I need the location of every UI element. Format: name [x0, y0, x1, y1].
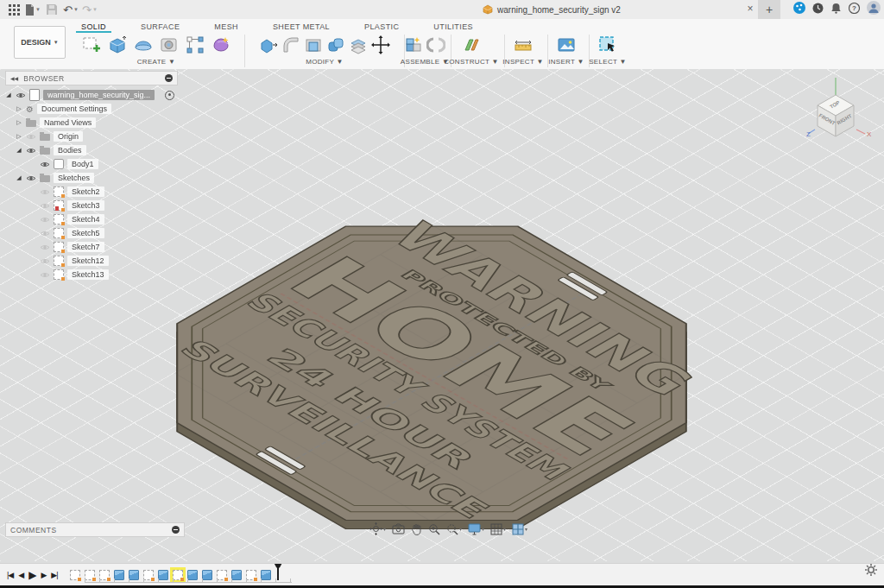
split-body-button[interactable] — [349, 34, 368, 56]
measure-button[interactable] — [514, 34, 533, 56]
step-back-button[interactable]: ◀ — [18, 571, 23, 579]
viewports-caret-icon: ▾ — [525, 526, 527, 532]
tab-solid[interactable]: SOLID — [76, 21, 111, 32]
tab-sheet-metal[interactable]: SHEET METAL — [268, 21, 335, 32]
new-component-button[interactable] — [404, 34, 423, 56]
construct-plane-button[interactable] — [462, 34, 481, 56]
expander-icon[interactable]: ▷ — [16, 133, 22, 140]
tab-surface[interactable]: SURFACE — [136, 21, 185, 32]
avatar[interactable] — [867, 1, 881, 18]
shell-button[interactable] — [304, 34, 323, 56]
browser-item-sketches[interactable]: ◢ Sketches — [5, 171, 178, 185]
browser-item-document-settings[interactable]: ▷ ⚙ Document Settings — [5, 102, 178, 116]
browser-item-sketch7[interactable]: Sketch7 — [5, 240, 178, 254]
step-forward-button[interactable]: ▶ — [41, 571, 46, 579]
fillet-button[interactable] — [281, 34, 300, 56]
visibility-eye-icon[interactable] — [16, 92, 26, 99]
tab-plastic[interactable]: PLASTIC — [359, 21, 404, 32]
save-button[interactable] — [44, 2, 60, 17]
grid-layout-button[interactable]: ▾ — [490, 523, 506, 535]
workspace-selector[interactable]: DESIGN ▼ — [14, 26, 66, 59]
create-sketch-button[interactable] — [80, 34, 103, 56]
revolve-button[interactable] — [132, 34, 155, 56]
joint-button[interactable] — [426, 34, 445, 56]
modify-group-label[interactable]: MODIFY ▼ — [250, 58, 399, 66]
select-button[interactable] — [598, 34, 617, 56]
comments-panel[interactable]: COMMENTS — [5, 522, 185, 537]
go-to-start-button[interactable]: |◀ — [7, 571, 13, 579]
visibility-eye-icon[interactable] — [40, 188, 50, 196]
expander-icon[interactable]: ▷ — [16, 105, 22, 112]
insert-canvas-button[interactable] — [557, 34, 576, 56]
app-grid-icon[interactable] — [6, 2, 22, 17]
combine-icon — [326, 35, 345, 54]
look-at-button[interactable] — [392, 523, 405, 534]
browser-item-body1[interactable]: Body1 — [5, 157, 178, 171]
browser-header[interactable]: ◀◀ BROWSER — [5, 71, 178, 85]
visibility-eye-icon[interactable] — [40, 216, 50, 224]
close-tab-icon[interactable]: × — [744, 3, 756, 15]
job-status-button[interactable] — [812, 2, 824, 17]
visibility-eye-icon[interactable] — [40, 230, 50, 237]
timeline-feature-sketch[interactable] — [70, 570, 80, 580]
visibility-eye-icon[interactable] — [40, 271, 50, 279]
browser-item-sketch2[interactable]: Sketch2 — [5, 185, 178, 199]
visibility-eye-icon[interactable] — [26, 174, 36, 182]
new-tab-button[interactable]: + — [758, 0, 780, 19]
viewport-canvas[interactable]: WARNING PROTECTED BY HOME SECURITY SYSTE… — [0, 69, 884, 561]
form-button[interactable] — [210, 34, 232, 56]
browser-item-sketch13[interactable]: Sketch13 — [5, 268, 178, 281]
orbit-button[interactable]: ▾ — [369, 522, 386, 535]
viewports-button[interactable]: ▾ — [512, 523, 527, 535]
pan-button[interactable] — [411, 523, 422, 535]
browser-item-bodies[interactable]: ◢ Bodies — [5, 143, 178, 157]
create-group-label[interactable]: CREATE ▼ — [76, 58, 237, 66]
redo-button[interactable]: ↷ ▼ — [82, 2, 98, 17]
visibility-eye-icon[interactable] — [40, 161, 50, 168]
zoom-window-button[interactable]: ▾ — [446, 523, 462, 535]
visibility-eye-icon[interactable] — [40, 202, 50, 210]
expander-icon[interactable]: ▷ — [16, 119, 22, 126]
visibility-eye-icon[interactable] — [26, 133, 36, 141]
pattern-button[interactable] — [184, 34, 206, 56]
timeline-settings-button[interactable] — [865, 564, 877, 579]
browser-item-sketch3[interactable]: Sketch3 — [5, 199, 178, 212]
combine-button[interactable] — [326, 34, 345, 56]
browser-item-sketch4[interactable]: Sketch4 — [5, 212, 178, 226]
extensions-button[interactable] — [793, 2, 805, 17]
press-pull-button[interactable] — [259, 34, 278, 56]
document-tab[interactable]: warning_home_security_sign v2 — [345, 0, 758, 19]
play-button[interactable]: ▶ — [28, 569, 35, 581]
expander-icon[interactable]: ◢ — [5, 92, 12, 98]
comments-menu-icon[interactable] — [172, 526, 180, 534]
insert-group-label[interactable]: INSERT ▼ — [544, 58, 589, 66]
undo-button[interactable]: ↶ ▼ — [63, 2, 79, 17]
browser-item-named-views[interactable]: ▷ Named Views — [5, 116, 178, 130]
browser-item-sketch12[interactable]: Sketch12 — [5, 254, 178, 268]
browser-item-origin[interactable]: ▷ Origin — [5, 130, 178, 143]
help-button[interactable]: ? — [849, 2, 860, 17]
visibility-eye-icon[interactable] — [40, 257, 50, 265]
collapse-panel-icon[interactable]: ◀◀ — [10, 75, 18, 81]
expander-icon[interactable]: ◢ — [16, 147, 22, 154]
go-to-end-button[interactable]: ▶| — [51, 571, 57, 579]
browser-item-sketch5[interactable]: Sketch5 — [5, 226, 178, 240]
browser-item-root[interactable]: ◢ warning_home_security_sig... — [5, 88, 178, 102]
expander-icon[interactable]: ◢ — [16, 174, 22, 181]
display-settings-button[interactable]: ▾ — [468, 523, 484, 535]
visibility-eye-icon[interactable] — [26, 147, 36, 155]
panel-menu-icon[interactable] — [165, 74, 173, 82]
tab-mesh[interactable]: MESH — [209, 21, 243, 32]
notifications-bell-icon[interactable] — [830, 2, 842, 17]
inspect-group-label[interactable]: INSPECT ▼ — [499, 58, 547, 66]
select-group-label[interactable]: SELECT ▼ — [585, 58, 630, 66]
visibility-eye-icon[interactable] — [40, 243, 50, 251]
zoom-button[interactable] — [428, 523, 440, 535]
extrude-button[interactable] — [106, 34, 129, 56]
tab-utilities[interactable]: UTILITIES — [428, 21, 478, 32]
activate-component-radio[interactable] — [165, 91, 174, 100]
file-menu-button[interactable]: ▼ — [25, 2, 41, 17]
view-cube[interactable]: TOP FRONT RIGHT Z X — [794, 73, 877, 155]
construct-group-label[interactable]: CONSTRUCT ▼ — [444, 58, 499, 66]
hole-button[interactable] — [158, 34, 180, 56]
